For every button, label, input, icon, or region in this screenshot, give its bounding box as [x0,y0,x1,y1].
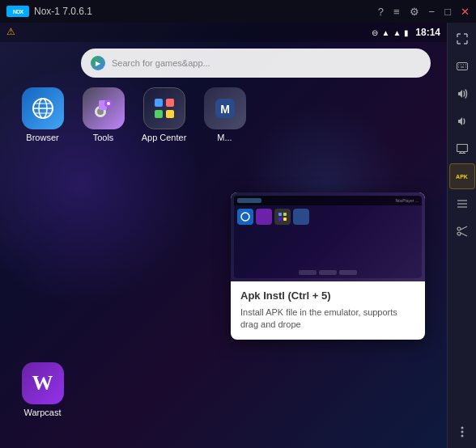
keyboard-button[interactable] [449,53,475,79]
close-button[interactable]: ✕ [461,6,470,18]
tooltip-content: Apk Instl (Ctrl + 5) Install APK file in… [231,281,425,340]
help-button[interactable]: ? [378,6,384,18]
app-mystery[interactable]: M M... [198,87,251,142]
battery-minus-icon: ⊖ [372,28,378,37]
window-controls: ? ≡ ⚙ − □ ✕ [378,6,470,18]
nox-logo: NOX [6,6,29,17]
settings-button[interactable]: ⚙ [410,6,419,18]
apk-install-tooltip: NoxPlayer ... [231,192,425,340]
svg-point-16 [241,213,249,221]
emulator-area: ⚠ ⊖ ▲ ▲ ▮ 18:14 ▶ Search for games&app..… [0,23,476,448]
battery-icon: ▮ [404,28,409,37]
svg-rect-10 [155,99,163,107]
app-center-label: App Center [142,133,187,142]
display-button[interactable] [449,136,475,162]
tooltip-title: Apk Instl (Ctrl + 5) [240,290,415,302]
search-placeholder: Search for games&app... [112,58,210,68]
minimize-button[interactable]: − [429,6,436,18]
right-sidebar: APK [447,23,476,448]
svg-point-9 [107,102,110,105]
scissors-button[interactable] [449,218,475,244]
svg-point-36 [457,227,461,230]
logo-area: NOX Nox-1 7.0.6.1 [6,6,92,17]
app-center-icon [143,87,185,129]
svg-rect-13 [166,110,174,118]
apk-label: APK [456,174,468,180]
app-title: Nox-1 7.0.6.1 [34,6,92,17]
expand-button[interactable] [449,26,475,52]
svg-line-39 [461,233,467,236]
mystery-label: M... [217,133,232,142]
svg-rect-20 [283,218,287,221]
search-bar[interactable]: ▶ Search for games&app... [81,49,431,78]
tooltip-description: Install APK file in the emulator, suppor… [240,306,415,332]
browser-icon [22,87,64,129]
title-bar: NOX Nox-1 7.0.6.1 ? ≡ ⚙ − □ ✕ [0,0,476,23]
app-warpcast[interactable]: W Warpcast [16,362,69,417]
play-store-icon: ▶ [91,56,105,70]
svg-text:M: M [220,103,230,116]
svg-line-38 [461,226,467,230]
volume-up-button[interactable] [449,81,475,107]
svg-point-42 [461,435,463,437]
app-tools[interactable]: Tools [77,87,130,142]
wifi-icon: ▲ [381,28,389,37]
svg-rect-21 [457,63,467,70]
svg-point-37 [457,232,461,235]
android-status-bar: ⚠ ⊖ ▲ ▲ ▮ 18:14 [0,23,447,42]
browser-label: Browser [26,133,58,142]
emulator-screen: ⚠ ⊖ ▲ ▲ ▮ 18:14 ▶ Search for games&app..… [0,23,447,448]
svg-rect-11 [166,99,174,107]
svg-rect-29 [457,145,467,152]
signal-icon: ▲ [393,28,401,37]
svg-rect-19 [278,218,282,221]
status-time: 18:14 [415,27,440,38]
svg-rect-17 [278,213,282,216]
app-grid: Browser Tools [16,87,251,142]
app-warpcast-wrapper: W Warpcast [16,362,69,417]
svg-rect-12 [155,110,163,118]
apk-install-button[interactable]: APK [449,163,475,189]
maximize-button[interactable]: □ [444,6,451,18]
layers-button[interactable] [449,191,475,217]
warpcast-icon: W [22,362,64,404]
svg-point-40 [461,427,463,429]
tools-label: Tools [93,133,114,142]
menu-button[interactable]: ≡ [393,6,400,18]
svg-rect-18 [283,213,287,216]
app-center[interactable]: App Center [138,87,190,142]
volume-down-button[interactable] [449,108,475,134]
mystery-icon: M [204,87,246,129]
warpcast-label: Warpcast [23,408,61,417]
warning-icon: ⚠ [6,26,15,37]
app-browser[interactable]: Browser [16,87,69,142]
tools-icon [83,87,125,129]
svg-point-41 [461,431,463,433]
tooltip-screenshot: NoxPlayer ... [231,192,425,281]
status-icons: ⊖ ▲ ▲ ▮ 18:14 [372,27,440,38]
more-button[interactable] [449,419,475,445]
